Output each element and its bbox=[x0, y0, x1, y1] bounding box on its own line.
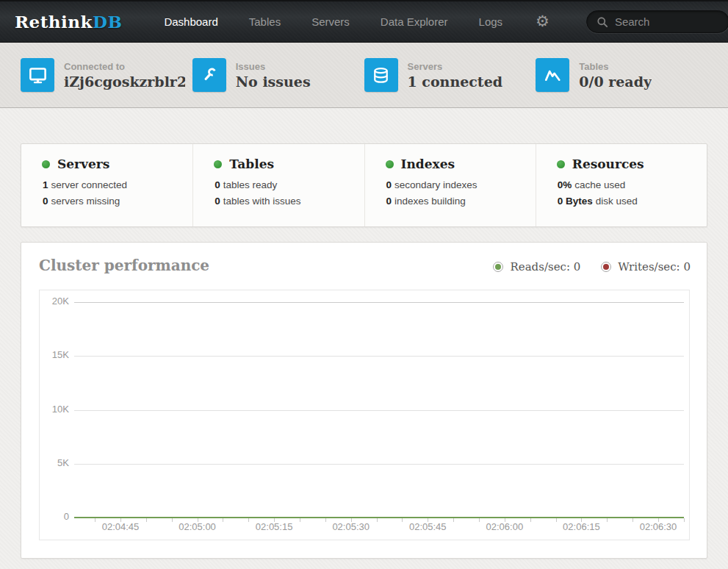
x-axis-label: 02:05:00 bbox=[165, 521, 231, 532]
y-axis-label: 0 bbox=[40, 511, 69, 522]
green-status-dot bbox=[557, 160, 565, 168]
status-label: Servers bbox=[408, 61, 503, 72]
x-axis-tick bbox=[607, 518, 608, 522]
status-label: Issues bbox=[236, 61, 311, 72]
chart-plot-area: 20K15K10K5K002:04:4502:05:0002:05:1502:0… bbox=[39, 290, 690, 540]
search-box[interactable] bbox=[586, 10, 728, 33]
green-status-dot bbox=[386, 160, 394, 168]
card-title: Indexes bbox=[401, 157, 455, 171]
card-line: 0%cache used bbox=[558, 177, 699, 193]
gridline bbox=[74, 464, 684, 465]
y-axis-label: 10K bbox=[40, 404, 69, 415]
x-axis-tick bbox=[325, 518, 326, 522]
status-text-servers: Servers 1 connected bbox=[408, 61, 503, 90]
status-cell-issues: Issues No issues bbox=[192, 58, 364, 92]
card-title: Tables bbox=[229, 157, 274, 171]
status-text-connected: Connected to iZj6cgoskzrblr2z... bbox=[64, 61, 185, 90]
x-axis-tick bbox=[95, 518, 95, 522]
status-cell-connected: Connected to iZj6cgoskzrblr2z... bbox=[21, 58, 192, 92]
status-cell-servers: Servers 1 connected bbox=[364, 58, 536, 92]
line-graph-icon bbox=[536, 58, 569, 92]
status-value: No issues bbox=[236, 74, 311, 90]
nav-item-servers[interactable]: Servers bbox=[311, 8, 350, 35]
y-axis-label: 15K bbox=[40, 349, 69, 360]
cluster-performance-panel: Cluster performance Reads/sec: 0 Writes/… bbox=[21, 242, 707, 559]
y-axis-label: 20K bbox=[40, 296, 69, 307]
x-axis-tick bbox=[402, 518, 403, 522]
logo-text-rethink: Rethink bbox=[15, 12, 93, 32]
card-line: 0indexes building bbox=[386, 193, 528, 210]
nav-item-data-explorer[interactable]: Data Explorer bbox=[381, 8, 448, 35]
x-axis-tick bbox=[223, 518, 223, 522]
card-line: 0tables ready bbox=[215, 177, 356, 193]
status-value: iZj6cgoskzrblr2z... bbox=[64, 74, 185, 90]
green-status-dot bbox=[42, 160, 50, 168]
x-axis-tick bbox=[556, 518, 557, 522]
card-line: 0 Bytesdisk used bbox=[558, 193, 699, 210]
x-axis-label: 02:06:15 bbox=[548, 521, 614, 532]
green-status-dot bbox=[214, 160, 222, 168]
x-axis-tick bbox=[300, 518, 300, 522]
gear-icon[interactable]: ⚙ bbox=[536, 14, 549, 29]
writes-legend-dot-icon bbox=[601, 262, 611, 272]
chart-legend: Reads/sec: 0 Writes/sec: 0 bbox=[472, 260, 691, 273]
x-axis-tick bbox=[198, 518, 198, 522]
gridline bbox=[74, 410, 684, 411]
x-axis-tick bbox=[377, 518, 378, 522]
series-line-readssec bbox=[74, 517, 684, 518]
x-axis-tick bbox=[120, 518, 121, 522]
legend-item-reads[interactable]: Reads/sec: 0 bbox=[493, 260, 580, 273]
nav-item-dashboard[interactable]: Dashboard bbox=[164, 8, 217, 35]
card-title: Resources bbox=[572, 157, 644, 171]
x-axis-tick bbox=[581, 518, 582, 522]
search-icon bbox=[596, 15, 609, 29]
card-indexes: Indexes 0secondary indexes 0indexes buil… bbox=[364, 144, 536, 226]
card-tables: Tables 0tables ready 0tables with issues bbox=[192, 144, 364, 226]
x-axis-tick bbox=[658, 518, 659, 522]
status-value: 1 connected bbox=[408, 74, 503, 90]
x-axis-tick bbox=[248, 518, 249, 522]
card-line: 1server connected bbox=[43, 177, 185, 193]
monitor-icon bbox=[21, 58, 54, 92]
legend-label: Writes/sec: 0 bbox=[618, 260, 691, 273]
x-axis-label: 02:06:00 bbox=[472, 521, 538, 532]
x-axis-tick bbox=[684, 518, 685, 522]
logo-text-db: DB bbox=[93, 12, 122, 32]
card-resources: Resources 0%cache used 0 Bytesdisk used bbox=[536, 144, 707, 226]
rethinkdb-logo[interactable]: RethinkDB bbox=[15, 12, 122, 32]
summary-cards-panel: Servers 1server connected 0servers missi… bbox=[21, 143, 707, 227]
search-input[interactable] bbox=[615, 15, 721, 28]
database-icon bbox=[364, 58, 398, 92]
y-axis-label: 5K bbox=[40, 457, 69, 468]
nav-item-logs[interactable]: Logs bbox=[479, 8, 503, 35]
card-line: 0secondary indexes bbox=[386, 177, 528, 193]
card-line: 0servers missing bbox=[43, 193, 185, 210]
status-cell-tables: Tables 0/0 ready bbox=[536, 58, 707, 92]
x-axis-label: 02:05:30 bbox=[318, 521, 384, 532]
x-axis-tick bbox=[351, 518, 352, 522]
x-axis-tick bbox=[428, 518, 428, 522]
x-axis-tick bbox=[505, 518, 505, 522]
legend-item-writes[interactable]: Writes/sec: 0 bbox=[601, 260, 691, 273]
x-axis-label: 02:06:30 bbox=[625, 521, 691, 532]
card-servers: Servers 1server connected 0servers missi… bbox=[21, 144, 192, 226]
gridline bbox=[74, 302, 684, 303]
card-line: 0tables with issues bbox=[215, 193, 356, 210]
card-title: Servers bbox=[57, 157, 109, 171]
status-value: 0/0 ready bbox=[579, 74, 652, 90]
status-label: Tables bbox=[579, 61, 652, 72]
x-axis-tick bbox=[146, 518, 147, 522]
x-axis-tick bbox=[453, 518, 454, 522]
nav-item-tables[interactable]: Tables bbox=[249, 8, 281, 35]
x-axis-label: 02:05:45 bbox=[394, 521, 461, 532]
top-navbar: RethinkDB Dashboard Tables Servers Data … bbox=[0, 0, 728, 43]
cluster-status-bar: Connected to iZj6cgoskzrblr2z... Issues … bbox=[0, 43, 728, 108]
x-axis-tick bbox=[274, 518, 275, 522]
x-axis-tick bbox=[479, 518, 480, 522]
status-text-issues: Issues No issues bbox=[236, 61, 311, 90]
x-axis-tick bbox=[633, 518, 633, 522]
wrench-icon bbox=[192, 58, 226, 92]
x-axis-label: 02:04:45 bbox=[87, 521, 154, 532]
main-nav: Dashboard Tables Servers Data Explorer L… bbox=[148, 8, 518, 35]
status-label: Connected to bbox=[64, 61, 185, 72]
